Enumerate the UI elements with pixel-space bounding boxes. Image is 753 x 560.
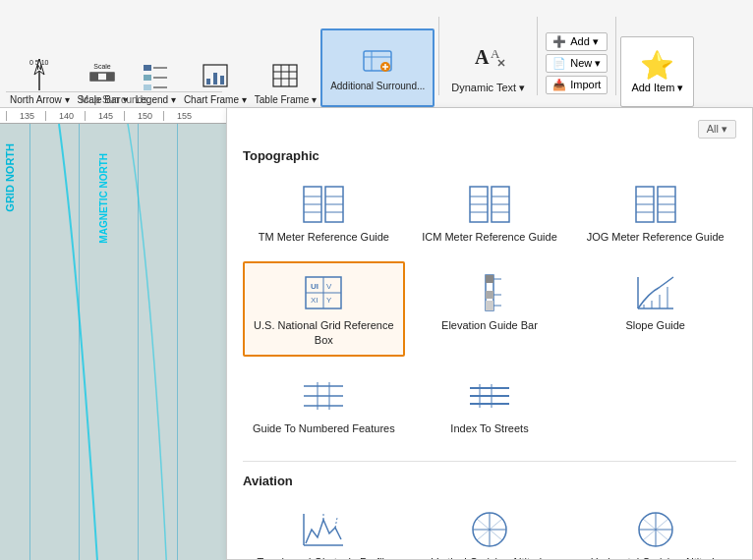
svg-rect-9 (144, 65, 151, 71)
item-slope-guide[interactable]: Slope Guide (574, 261, 736, 357)
item-icm-meter[interactable]: ICM Meter Reference Guide (409, 173, 571, 253)
horizontal-cruising-icon (632, 508, 679, 551)
import-button[interactable]: 📥 Import (546, 76, 608, 94)
item-terrain-obstacle[interactable]: Terrain and Obstacle Profile (243, 498, 405, 560)
additional-surround-button[interactable]: Additional Surround... (320, 28, 434, 107)
svg-rect-19 (273, 65, 297, 86)
ruler-top: 135 140 145 150 155 (0, 108, 236, 124)
icm-meter-label: ICM Meter Reference Guide (422, 230, 557, 244)
filter-button[interactable]: All ▾ (698, 120, 736, 139)
jog-meter-icon (632, 183, 679, 226)
ruler-mark-140: 140 (45, 111, 85, 121)
map-content: GRID NORTH MAGNETIC NORTH (0, 124, 236, 560)
filter-bar: All ▾ (243, 120, 736, 139)
item-index-streets[interactable]: Index To Streets (409, 364, 571, 445)
ruler-mark-155: 155 (163, 111, 203, 121)
svg-text:Scale: Scale (93, 63, 111, 70)
divider-3 (615, 17, 616, 95)
slope-guide-icon (632, 271, 679, 314)
item-elevation-guide[interactable]: Elevation Guide Bar (409, 261, 571, 357)
item-horizontal-cruising[interactable]: Horizontal Cruising Altitude Diagram (574, 498, 736, 560)
vertical-cruising-label: Vertical Cruising Altitude Diagram (415, 555, 565, 560)
divider-1 (438, 17, 439, 95)
topographic-items-grid: TM Meter Reference Guide ICM Meter Refer… (243, 173, 736, 445)
item-vertical-cruising[interactable]: Vertical Cruising Altitude Diagram (409, 498, 571, 560)
new-button[interactable]: 📄 New ▾ (546, 54, 608, 73)
grid-north-label: GRID NORTH (4, 143, 16, 212)
svg-text:XI: XI (311, 296, 319, 305)
svg-text:Y: Y (326, 296, 332, 305)
divider-2 (537, 17, 538, 95)
star-icon: ⭐ (640, 49, 674, 82)
elevation-guide-label: Elevation Guide Bar (441, 318, 538, 332)
new-icon: 📄 (552, 57, 566, 70)
item-jog-meter[interactable]: JOG Meter Reference Guide (574, 173, 736, 253)
import-icon: 📥 (552, 79, 566, 91)
horizontal-cruising-label: Horizontal Cruising Altitude Diagram (580, 555, 730, 560)
svg-rect-68 (486, 301, 493, 310)
add-button[interactable]: ➕ Add ▾ (546, 32, 608, 51)
svg-rect-17 (213, 73, 217, 84)
add-icon: ➕ (552, 35, 566, 48)
toolbar: N 0 5 10 North Arrow ▾ (0, 0, 753, 108)
svg-rect-18 (220, 76, 224, 84)
terrain-obstacle-label: Terrain and Obstacle Profile (257, 555, 390, 560)
us-national-grid-icon: UI V XI Y (300, 271, 347, 314)
svg-text:V: V (326, 282, 332, 291)
north-arrow-icon: N 0 5 10 (26, 57, 53, 92)
scale-bar-icon: Scale (88, 57, 116, 92)
chart-frame-icon (202, 57, 229, 92)
toolbar-table-frame-section: Table Frame ▾ (251, 4, 320, 107)
guide-numbered-icon (300, 374, 347, 418)
add-item-button[interactable]: ⭐ Add Item ▾ (620, 36, 694, 107)
new-label: New ▾ (570, 57, 601, 70)
svg-rect-6 (90, 73, 98, 81)
dynamic-text-label: Dynamic Text ▾ (451, 82, 525, 94)
item-guide-numbered[interactable]: Guide To Numbered Features (243, 364, 405, 445)
elevation-guide-icon (466, 271, 513, 314)
slope-guide-label: Slope Guide (625, 318, 685, 332)
topographic-section-title: Topographic (243, 148, 736, 163)
svg-rect-13 (144, 84, 151, 90)
svg-rect-7 (106, 73, 114, 81)
ruler-mark-145: 145 (85, 111, 124, 121)
dropdown-panel: All ▾ Topographic TM Meter Reference Gui… (226, 108, 753, 560)
us-national-grid-label: U.S. National Grid Reference Box (249, 318, 399, 347)
index-streets-label: Index To Streets (450, 421, 528, 435)
dropdown-arrow-inner (285, 108, 303, 109)
magnetic-north-label: MAGNETIC NORTH (98, 153, 109, 244)
aviation-items-grid: Terrain and Obstacle Profile Vertical Cr… (243, 498, 736, 560)
add-item-label: Add Item ▾ (631, 82, 683, 94)
svg-text:0 5 10: 0 5 10 (29, 59, 49, 66)
tm-meter-icon (300, 183, 347, 226)
aviation-section-title: Aviation (243, 474, 736, 488)
map-lines-svg (0, 124, 236, 560)
item-us-national-grid[interactable]: UI V XI Y U.S. National Grid Reference B… (243, 261, 405, 357)
dynamic-text-button[interactable]: A A Dynamic Text ▾ (443, 28, 533, 107)
vertical-cruising-icon (466, 508, 513, 551)
jog-meter-label: JOG Meter Reference Guide (587, 230, 724, 244)
svg-text:A: A (491, 46, 500, 61)
legend-icon (142, 57, 169, 92)
svg-line-91 (335, 518, 337, 528)
guide-numbered-label: Guide To Numbered Features (253, 421, 395, 435)
icm-meter-icon (466, 183, 513, 226)
svg-rect-16 (206, 79, 210, 84)
map-surround-group-label: Map Surrounds (6, 91, 222, 105)
svg-rect-67 (486, 291, 493, 299)
table-frame-icon (271, 57, 299, 92)
table-frame-label: Table Frame ▾ (255, 94, 317, 105)
svg-rect-66 (486, 275, 493, 283)
additional-surround-icon (362, 45, 393, 77)
index-streets-icon (466, 374, 513, 418)
map-area: 135 140 145 150 155 GRID NORTH MAGNETIC … (0, 108, 236, 560)
import-label: Import (570, 79, 601, 90)
svg-text:A: A (475, 46, 490, 68)
item-tm-meter[interactable]: TM Meter Reference Guide (243, 173, 405, 253)
table-frame-button[interactable]: Table Frame ▾ (251, 55, 320, 107)
terrain-obstacle-icon (300, 508, 347, 551)
add-new-import-section: ➕ Add ▾ 📄 New ▾ 📥 Import (542, 19, 611, 107)
dynamic-text-icon: A A (471, 42, 506, 78)
ruler-mark-150: 150 (124, 111, 163, 121)
ruler-mark-135: 135 (6, 111, 45, 121)
